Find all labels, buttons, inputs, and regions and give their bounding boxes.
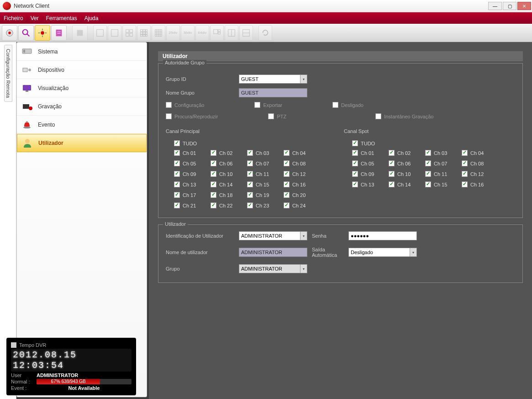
perm-snapshot-checkbox[interactable]: Instantâneo Gravação	[375, 113, 433, 119]
spot-ch-checkbox[interactable]: Ch 08	[462, 160, 495, 166]
spot-ch-checkbox[interactable]: Ch 16	[462, 181, 495, 187]
svg-rect-22	[141, 32, 143, 34]
main-ch-checkbox[interactable]: Ch 08	[284, 160, 316, 166]
channel-label: Ch 16	[292, 182, 306, 187]
tempo-dvr-checkbox[interactable]	[11, 342, 16, 348]
svg-rect-16	[130, 29, 132, 32]
main-ch-checkbox[interactable]: Ch 19	[247, 192, 280, 198]
layout-c-button[interactable]	[239, 25, 253, 41]
menu-file[interactable]: Ficheiro	[4, 15, 23, 21]
main-ch-checkbox[interactable]: Ch 22	[211, 202, 243, 208]
user-group-select[interactable]: ADMINISTRATOR▾	[239, 264, 307, 273]
save-button[interactable]	[72, 25, 88, 41]
spot-ch-checkbox[interactable]: Ch 05	[352, 160, 385, 166]
maximize-button[interactable]: ▢	[503, 2, 516, 10]
nav-label: Dispositivo	[38, 67, 64, 73]
main-ch-checkbox[interactable]: Ch 04	[284, 150, 316, 156]
layout-64-button[interactable]: 64div	[195, 25, 209, 41]
main-ch-checkbox[interactable]: Ch 12	[284, 171, 316, 177]
spot-ch-checkbox[interactable]: Ch 09	[352, 171, 385, 177]
main-ch-checkbox[interactable]: Ch 23	[247, 202, 280, 208]
main-ch-checkbox[interactable]: Ch 14	[211, 181, 243, 187]
close-button[interactable]: ✕	[517, 2, 531, 10]
layout-36-button[interactable]: 36div	[181, 25, 195, 41]
perm-ptz-checkbox[interactable]: PTZ	[268, 113, 286, 119]
layout-1-button[interactable]	[108, 25, 121, 41]
checkbox-icon	[284, 150, 290, 156]
refresh-button[interactable]	[258, 25, 272, 41]
main-ch-checkbox[interactable]: Ch 09	[174, 171, 207, 177]
channel-label: Ch 13	[361, 182, 374, 187]
menu-view[interactable]: Ver	[31, 15, 39, 21]
main-ch-checkbox[interactable]: Ch 18	[211, 192, 243, 198]
main-ch-checkbox[interactable]: Ch 07	[247, 160, 280, 166]
user-group-label: Grupo	[166, 266, 239, 271]
nav-item-device[interactable]: Dispositivo	[17, 61, 147, 79]
main-ch-checkbox[interactable]: Ch 03	[247, 150, 280, 156]
spot-ch-checkbox[interactable]: Ch 10	[389, 171, 421, 177]
spot-ch-checkbox[interactable]: Ch 07	[425, 160, 458, 166]
nav-item-event[interactable]: Evento	[17, 116, 147, 134]
channel-label: Ch 11	[256, 171, 269, 177]
main-ch-checkbox[interactable]: Ch 01	[174, 150, 207, 156]
nav-item-system[interactable]: Sistema	[17, 43, 147, 61]
menu-help[interactable]: Ajuda	[84, 15, 99, 21]
layout-16-button[interactable]	[152, 25, 165, 41]
main-ch-checkbox[interactable]: Ch 02	[211, 150, 243, 156]
main-ch-checkbox[interactable]: Ch 10	[211, 171, 243, 177]
password-input[interactable]: ●●●●●●	[348, 231, 417, 240]
autologout-select[interactable]: Desligado▾	[348, 248, 417, 257]
group-name-input[interactable]: GUEST	[239, 88, 307, 97]
layout-9-button[interactable]	[137, 25, 151, 41]
spot-ch-checkbox[interactable]: Ch 11	[425, 171, 458, 177]
spot-ch-checkbox[interactable]: Ch 04	[462, 150, 495, 156]
perm-config-checkbox[interactable]: Configuração	[166, 102, 204, 108]
spot-ch-checkbox[interactable]: Ch 03	[425, 150, 458, 156]
main-ch-checkbox[interactable]: Ch 11	[247, 171, 280, 177]
layout-4-button[interactable]	[122, 25, 136, 41]
spot-all-checkbox[interactable]: TUDO	[352, 140, 495, 146]
nav-label: Evento	[38, 122, 55, 128]
main-ch-checkbox[interactable]: Ch 16	[284, 181, 316, 187]
spot-ch-checkbox[interactable]: Ch 12	[462, 171, 495, 177]
live-button[interactable]	[2, 25, 17, 41]
main-ch-checkbox[interactable]: Ch 17	[174, 192, 207, 198]
main-ch-checkbox[interactable]: Ch 06	[211, 160, 243, 166]
main-ch-checkbox[interactable]: Ch 15	[247, 181, 280, 187]
side-tab-remote-config[interactable]: Configuração Remota	[4, 45, 12, 102]
main-ch-checkbox[interactable]: Ch 20	[284, 192, 316, 198]
menu-tools[interactable]: Ferramentas	[46, 15, 77, 21]
nav-item-record[interactable]: Gravação	[17, 97, 147, 116]
user-name-input[interactable]: ADMINISTRATOR	[239, 248, 307, 257]
svg-rect-13	[97, 29, 104, 36]
layout-a-button[interactable]	[210, 25, 224, 41]
spot-ch-checkbox[interactable]: Ch 14	[389, 181, 421, 187]
spot-ch-checkbox[interactable]: Ch 01	[352, 150, 385, 156]
search-button[interactable]	[18, 25, 34, 41]
layout-25-button[interactable]: 25div	[166, 25, 180, 41]
layout-b-button[interactable]	[225, 25, 238, 41]
main-ch-checkbox[interactable]: Ch 13	[174, 181, 207, 187]
main-ch-checkbox[interactable]: Ch 05	[174, 160, 207, 166]
perm-export-checkbox[interactable]: Exportar	[254, 102, 282, 108]
fullscreen-button[interactable]	[93, 25, 107, 41]
main-all-checkbox[interactable]: TUDO	[174, 140, 316, 146]
main-ch-checkbox[interactable]: Ch 21	[174, 202, 207, 208]
svg-rect-48	[23, 104, 29, 109]
nav-item-user[interactable]: Utilizador	[17, 134, 147, 152]
nav-item-display[interactable]: Visualização	[17, 79, 147, 97]
group-id-select[interactable]: GUEST ▾	[239, 74, 307, 84]
perm-search-checkbox[interactable]: Procura/Reproduzir	[166, 113, 218, 119]
spot-ch-checkbox[interactable]: Ch 06	[389, 160, 421, 166]
minimize-button[interactable]: —	[488, 2, 502, 10]
spot-ch-checkbox[interactable]: Ch 13	[352, 181, 385, 187]
log-button[interactable]	[51, 25, 67, 41]
main-ch-checkbox[interactable]: Ch 24	[284, 202, 316, 208]
perm-shutdown-checkbox[interactable]: Desligado	[332, 102, 363, 108]
spot-ch-checkbox[interactable]: Ch 15	[425, 181, 458, 187]
user-id-select[interactable]: ADMINISTRATOR▾	[239, 231, 307, 240]
settings-button[interactable]	[35, 25, 50, 41]
channel-label: Ch 08	[470, 161, 484, 166]
checkbox-icon	[211, 160, 216, 166]
spot-ch-checkbox[interactable]: Ch 02	[389, 150, 421, 156]
